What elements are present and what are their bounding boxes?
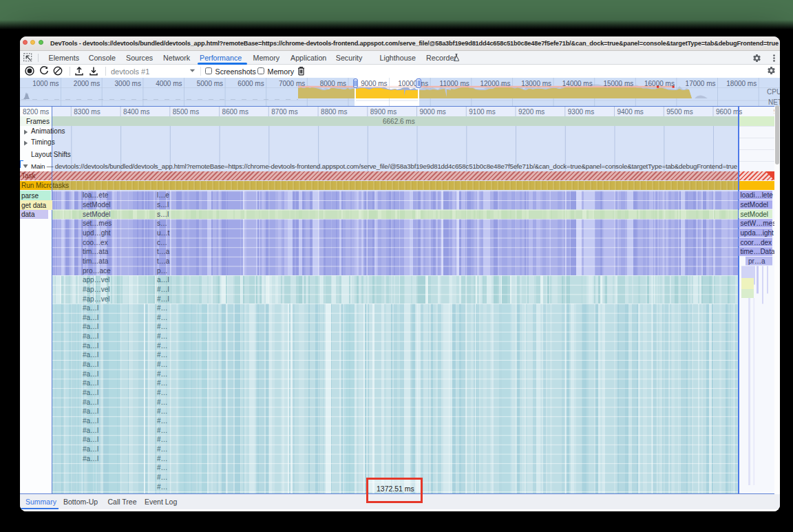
- svg-text:time…Data: time…Data: [741, 248, 775, 255]
- svg-text:coor…dex: coor…dex: [741, 239, 772, 246]
- svg-text:setW…mes: setW…mes: [741, 220, 776, 227]
- svg-text:loadi…lete: loadi…lete: [741, 191, 774, 199]
- svg-text:setModel: setModel: [741, 201, 769, 209]
- svg-text:pr…a: pr…a: [748, 257, 765, 265]
- svg-text:setModel: setModel: [741, 211, 769, 218]
- svg-text:upda…ight: upda…ight: [741, 229, 774, 237]
